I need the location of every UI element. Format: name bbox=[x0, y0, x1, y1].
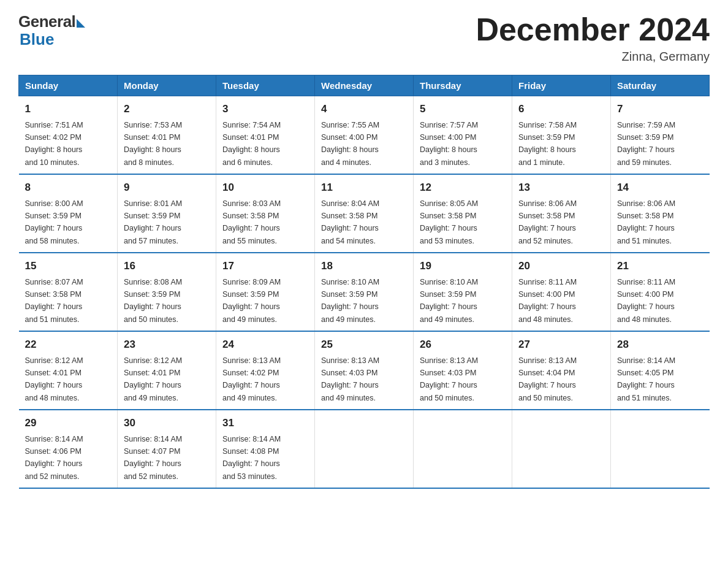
day-info: Sunrise: 8:00 AMSunset: 3:59 PMDaylight:… bbox=[25, 199, 83, 245]
table-row bbox=[315, 410, 414, 488]
day-number: 14 bbox=[617, 180, 703, 196]
day-info: Sunrise: 8:12 AMSunset: 4:01 PMDaylight:… bbox=[25, 356, 83, 402]
table-row: 6 Sunrise: 7:58 AMSunset: 3:59 PMDayligh… bbox=[512, 96, 611, 175]
day-info: Sunrise: 8:14 AMSunset: 4:06 PMDaylight:… bbox=[25, 435, 83, 481]
header-monday: Monday bbox=[118, 75, 216, 96]
table-row: 21 Sunrise: 8:11 AMSunset: 4:00 PMDaylig… bbox=[611, 253, 710, 331]
calendar-table: Sunday Monday Tuesday Wednesday Thursday… bbox=[18, 75, 710, 489]
day-info: Sunrise: 8:14 AMSunset: 4:07 PMDaylight:… bbox=[124, 435, 182, 481]
day-number: 25 bbox=[321, 337, 407, 353]
table-row: 11 Sunrise: 8:04 AMSunset: 3:58 PMDaylig… bbox=[315, 174, 414, 253]
day-number: 12 bbox=[420, 180, 506, 196]
day-number: 10 bbox=[222, 180, 308, 196]
day-number: 16 bbox=[124, 258, 210, 274]
day-info: Sunrise: 7:53 AMSunset: 4:01 PMDaylight:… bbox=[124, 121, 182, 167]
day-number: 28 bbox=[617, 337, 703, 353]
table-row: 13 Sunrise: 8:06 AMSunset: 3:58 PMDaylig… bbox=[512, 174, 611, 253]
table-row: 19 Sunrise: 8:10 AMSunset: 3:59 PMDaylig… bbox=[414, 253, 512, 331]
logo-blue-text: Blue bbox=[20, 30, 54, 49]
table-row bbox=[611, 410, 710, 488]
day-number: 26 bbox=[420, 337, 506, 353]
day-info: Sunrise: 8:09 AMSunset: 3:59 PMDaylight:… bbox=[222, 278, 281, 324]
day-info: Sunrise: 8:13 AMSunset: 4:03 PMDaylight:… bbox=[420, 356, 478, 402]
header-thursday: Thursday bbox=[414, 75, 512, 96]
day-number: 23 bbox=[124, 337, 210, 353]
logo: General Blue bbox=[18, 12, 85, 49]
header-wednesday: Wednesday bbox=[315, 75, 414, 96]
table-row: 8 Sunrise: 8:00 AMSunset: 3:59 PMDayligh… bbox=[19, 174, 118, 253]
day-info: Sunrise: 7:58 AMSunset: 3:59 PMDaylight:… bbox=[518, 121, 577, 167]
table-row: 1 Sunrise: 7:51 AMSunset: 4:02 PMDayligh… bbox=[19, 96, 118, 175]
table-row: 18 Sunrise: 8:10 AMSunset: 3:59 PMDaylig… bbox=[315, 253, 414, 331]
calendar-week-row: 22 Sunrise: 8:12 AMSunset: 4:01 PMDaylig… bbox=[19, 331, 710, 410]
day-info: Sunrise: 8:11 AMSunset: 4:00 PMDaylight:… bbox=[617, 278, 675, 324]
table-row: 10 Sunrise: 8:03 AMSunset: 3:58 PMDaylig… bbox=[216, 174, 315, 253]
day-number: 22 bbox=[25, 337, 112, 353]
day-number: 2 bbox=[124, 101, 210, 117]
day-number: 31 bbox=[222, 415, 308, 431]
table-row: 12 Sunrise: 8:05 AMSunset: 3:58 PMDaylig… bbox=[414, 174, 512, 253]
table-row: 27 Sunrise: 8:13 AMSunset: 4:04 PMDaylig… bbox=[512, 331, 611, 410]
day-info: Sunrise: 8:01 AMSunset: 3:59 PMDaylight:… bbox=[124, 199, 182, 245]
day-number: 15 bbox=[25, 258, 112, 274]
day-info: Sunrise: 8:08 AMSunset: 3:59 PMDaylight:… bbox=[124, 278, 182, 324]
table-row: 9 Sunrise: 8:01 AMSunset: 3:59 PMDayligh… bbox=[118, 174, 216, 253]
day-info: Sunrise: 7:54 AMSunset: 4:01 PMDaylight:… bbox=[222, 121, 281, 167]
table-row: 28 Sunrise: 8:14 AMSunset: 4:05 PMDaylig… bbox=[611, 331, 710, 410]
day-info: Sunrise: 8:11 AMSunset: 4:00 PMDaylight:… bbox=[518, 278, 577, 324]
title-block: December 2024 Zinna, Germany bbox=[476, 12, 710, 64]
day-number: 3 bbox=[222, 101, 308, 117]
table-row: 15 Sunrise: 8:07 AMSunset: 3:58 PMDaylig… bbox=[19, 253, 118, 331]
table-row: 25 Sunrise: 8:13 AMSunset: 4:03 PMDaylig… bbox=[315, 331, 414, 410]
day-info: Sunrise: 8:06 AMSunset: 3:58 PMDaylight:… bbox=[518, 199, 577, 245]
day-info: Sunrise: 8:13 AMSunset: 4:03 PMDaylight:… bbox=[321, 356, 379, 402]
weekday-header-row: Sunday Monday Tuesday Wednesday Thursday… bbox=[19, 75, 710, 96]
day-number: 9 bbox=[124, 180, 210, 196]
table-row: 17 Sunrise: 8:09 AMSunset: 3:59 PMDaylig… bbox=[216, 253, 315, 331]
calendar-week-row: 1 Sunrise: 7:51 AMSunset: 4:02 PMDayligh… bbox=[19, 96, 710, 175]
logo-general-text: General bbox=[18, 12, 75, 31]
day-info: Sunrise: 8:13 AMSunset: 4:02 PMDaylight:… bbox=[222, 356, 281, 402]
day-info: Sunrise: 7:57 AMSunset: 4:00 PMDaylight:… bbox=[420, 121, 478, 167]
day-number: 11 bbox=[321, 180, 407, 196]
day-info: Sunrise: 8:14 AMSunset: 4:08 PMDaylight:… bbox=[222, 435, 281, 481]
calendar-title: December 2024 bbox=[476, 12, 710, 47]
day-info: Sunrise: 8:10 AMSunset: 3:59 PMDaylight:… bbox=[321, 278, 379, 324]
day-info: Sunrise: 8:07 AMSunset: 3:58 PMDaylight:… bbox=[25, 278, 83, 324]
day-number: 7 bbox=[617, 101, 703, 117]
day-number: 20 bbox=[518, 258, 604, 274]
day-info: Sunrise: 8:14 AMSunset: 4:05 PMDaylight:… bbox=[617, 356, 675, 402]
day-number: 30 bbox=[124, 415, 210, 431]
day-number: 4 bbox=[321, 101, 407, 117]
day-number: 24 bbox=[222, 337, 308, 353]
day-info: Sunrise: 7:51 AMSunset: 4:02 PMDaylight:… bbox=[25, 121, 83, 167]
day-number: 21 bbox=[617, 258, 703, 274]
day-info: Sunrise: 8:04 AMSunset: 3:58 PMDaylight:… bbox=[321, 199, 379, 245]
table-row: 23 Sunrise: 8:12 AMSunset: 4:01 PMDaylig… bbox=[118, 331, 216, 410]
table-row: 30 Sunrise: 8:14 AMSunset: 4:07 PMDaylig… bbox=[118, 410, 216, 488]
header-tuesday: Tuesday bbox=[216, 75, 315, 96]
calendar-week-row: 15 Sunrise: 8:07 AMSunset: 3:58 PMDaylig… bbox=[19, 253, 710, 331]
table-row: 2 Sunrise: 7:53 AMSunset: 4:01 PMDayligh… bbox=[118, 96, 216, 175]
header-friday: Friday bbox=[512, 75, 611, 96]
day-info: Sunrise: 8:12 AMSunset: 4:01 PMDaylight:… bbox=[124, 356, 182, 402]
table-row: 16 Sunrise: 8:08 AMSunset: 3:59 PMDaylig… bbox=[118, 253, 216, 331]
day-number: 6 bbox=[518, 101, 604, 117]
table-row: 14 Sunrise: 8:06 AMSunset: 3:58 PMDaylig… bbox=[611, 174, 710, 253]
day-number: 18 bbox=[321, 258, 407, 274]
header-sunday: Sunday bbox=[19, 75, 118, 96]
table-row: 3 Sunrise: 7:54 AMSunset: 4:01 PMDayligh… bbox=[216, 96, 315, 175]
day-info: Sunrise: 7:55 AMSunset: 4:00 PMDaylight:… bbox=[321, 121, 379, 167]
table-row bbox=[414, 410, 512, 488]
day-info: Sunrise: 8:13 AMSunset: 4:04 PMDaylight:… bbox=[518, 356, 577, 402]
day-number: 27 bbox=[518, 337, 604, 353]
day-info: Sunrise: 8:06 AMSunset: 3:58 PMDaylight:… bbox=[617, 199, 675, 245]
day-info: Sunrise: 8:03 AMSunset: 3:58 PMDaylight:… bbox=[222, 199, 281, 245]
day-info: Sunrise: 8:05 AMSunset: 3:58 PMDaylight:… bbox=[420, 199, 478, 245]
day-number: 29 bbox=[25, 415, 112, 431]
table-row: 22 Sunrise: 8:12 AMSunset: 4:01 PMDaylig… bbox=[19, 331, 118, 410]
header-saturday: Saturday bbox=[611, 75, 710, 96]
day-number: 17 bbox=[222, 258, 308, 274]
table-row: 4 Sunrise: 7:55 AMSunset: 4:00 PMDayligh… bbox=[315, 96, 414, 175]
day-info: Sunrise: 8:10 AMSunset: 3:59 PMDaylight:… bbox=[420, 278, 478, 324]
